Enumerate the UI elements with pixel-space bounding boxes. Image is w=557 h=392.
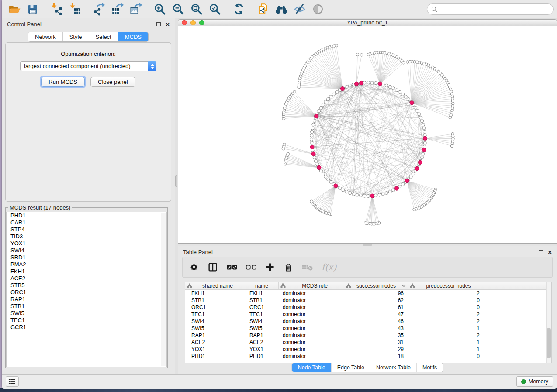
- mcds-result-item[interactable]: FKH1: [7, 268, 166, 275]
- zoom-in-button[interactable]: [151, 1, 169, 17]
- cell-name[interactable]: STB1: [243, 297, 279, 303]
- cell-successor-nodes[interactable]: 47: [344, 311, 408, 317]
- cell-MCDS-role[interactable]: connector: [279, 311, 344, 317]
- mcds-result-item[interactable]: TEC1: [7, 317, 166, 324]
- float-panel-icon[interactable]: [156, 22, 161, 26]
- cell-successor-nodes[interactable]: 35: [344, 332, 408, 338]
- tab-mcds[interactable]: MCDS: [118, 32, 148, 41]
- table-scrollbar[interactable]: [546, 282, 551, 363]
- mcds-result-item[interactable]: SWI5: [7, 310, 166, 317]
- cell-name[interactable]: PHD1: [243, 353, 279, 359]
- mcds-result-item[interactable]: ACE2: [7, 275, 166, 282]
- cell-name[interactable]: SWI5: [243, 325, 279, 331]
- add-column-button[interactable]: [265, 260, 275, 275]
- close-panel-button[interactable]: Close panel: [90, 77, 135, 87]
- mcds-result-item[interactable]: ORC1: [7, 289, 166, 296]
- cell-MCDS-role[interactable]: dominator: [279, 353, 344, 359]
- cell-MCDS-role[interactable]: dominator: [279, 290, 344, 296]
- cell-MCDS-role[interactable]: connector: [279, 339, 344, 345]
- mcds-result-item[interactable]: STB1: [7, 303, 166, 310]
- splitter-grip[interactable]: [175, 175, 177, 187]
- mcds-result-item[interactable]: TID3: [7, 233, 166, 240]
- cell-predecessor-nodes[interactable]: 1: [408, 339, 482, 345]
- cell-name[interactable]: FKH1: [243, 290, 279, 296]
- hide-selected-button[interactable]: [291, 1, 309, 17]
- cell-MCDS-role[interactable]: dominator: [279, 332, 344, 338]
- cell-name[interactable]: ACE2: [243, 339, 279, 345]
- mcds-result-item[interactable]: YOX1: [7, 240, 166, 247]
- mcds-result-item[interactable]: GCR1: [7, 324, 166, 331]
- column-header-name[interactable]: name: [243, 282, 279, 289]
- cell-shared-name[interactable]: RAP1: [185, 332, 243, 338]
- close-panel-icon[interactable]: ×: [166, 21, 170, 28]
- table-row[interactable]: RAP1RAP1dominator352: [185, 332, 551, 339]
- cell-shared-name[interactable]: ORC1: [185, 304, 243, 310]
- cell-successor-nodes[interactable]: 46: [344, 318, 408, 324]
- import-table-button[interactable]: [66, 1, 84, 17]
- tab-network-table[interactable]: Network Table: [370, 363, 416, 372]
- show-all-button[interactable]: [309, 1, 327, 17]
- memory-button[interactable]: Memory: [516, 376, 553, 387]
- vertical-splitter[interactable]: [175, 18, 178, 374]
- zoom-out-button[interactable]: [169, 1, 187, 17]
- network-search-box[interactable]: [427, 3, 554, 15]
- cell-MCDS-role[interactable]: dominator: [279, 297, 344, 303]
- cell-name[interactable]: TEC1: [243, 311, 279, 317]
- cell-successor-nodes[interactable]: 29: [344, 346, 408, 352]
- cell-shared-name[interactable]: SWI5: [185, 325, 243, 331]
- zoom-fit-button[interactable]: [187, 1, 206, 17]
- table-row[interactable]: FKH1FKH1dominator962: [185, 290, 551, 297]
- import-network-button[interactable]: [48, 1, 66, 17]
- cell-successor-nodes[interactable]: 43: [344, 325, 408, 331]
- clone-network-button[interactable]: [254, 1, 272, 17]
- cell-MCDS-role[interactable]: connector: [279, 325, 344, 331]
- cell-MCDS-role[interactable]: dominator: [279, 304, 344, 310]
- export-network-button[interactable]: [90, 1, 108, 17]
- cell-successor-nodes[interactable]: 31: [344, 339, 408, 345]
- delete-columns-button[interactable]: [283, 260, 294, 275]
- cell-predecessor-nodes[interactable]: 0: [408, 304, 482, 310]
- mcds-result-item[interactable]: STB5: [7, 282, 166, 289]
- cell-predecessor-nodes[interactable]: 1: [408, 346, 482, 352]
- mcds-result-item[interactable]: PMA2: [7, 261, 166, 268]
- column-header-successor-nodes[interactable]: successor nodes: [344, 282, 408, 289]
- mcds-result-list[interactable]: PHD1CAR1STP4TID3YOX1SWI4SRD1PMA2FKH1ACE2…: [6, 212, 167, 367]
- float-panel-icon[interactable]: [539, 250, 543, 254]
- column-header-predecessor-nodes[interactable]: predecessor nodes: [408, 282, 482, 289]
- table-row[interactable]: SWI5SWI5connector431: [185, 325, 551, 332]
- export-table-button[interactable]: [108, 1, 127, 17]
- cell-name[interactable]: ORC1: [243, 304, 279, 310]
- table-row[interactable]: ACE2ACE2connector311: [185, 339, 551, 346]
- column-header-MCDS-role[interactable]: MCDS role: [279, 282, 344, 289]
- search-input[interactable]: [437, 6, 549, 12]
- table-row[interactable]: YOX1YOX1connector291: [185, 346, 551, 353]
- table-row[interactable]: TEC1TEC1connector472: [185, 311, 551, 318]
- cell-name[interactable]: RAP1: [243, 332, 279, 338]
- mcds-result-item[interactable]: SWI4: [7, 247, 166, 254]
- table-row[interactable]: STB1STB1dominator620: [185, 297, 551, 304]
- cell-successor-nodes[interactable]: 62: [344, 297, 408, 303]
- network-window-titlebar[interactable]: YPA_prune.txt_1: [178, 20, 557, 26]
- first-neighbors-button[interactable]: [272, 1, 291, 17]
- mcds-result-item[interactable]: RAP1: [7, 296, 166, 303]
- splitter-grip[interactable]: [363, 244, 372, 246]
- cell-predecessor-nodes[interactable]: 2: [408, 311, 482, 317]
- cell-predecessor-nodes[interactable]: 1: [408, 325, 482, 331]
- cell-predecessor-nodes[interactable]: 2: [408, 290, 482, 296]
- tab-edge-table[interactable]: Edge Table: [331, 363, 370, 372]
- export-image-button[interactable]: [127, 1, 145, 17]
- cell-shared-name[interactable]: STB1: [185, 297, 243, 303]
- scrollbar-thumb[interactable]: [547, 328, 551, 358]
- save-session-button[interactable]: [24, 1, 42, 17]
- tab-network[interactable]: Network: [28, 32, 62, 41]
- cell-predecessor-nodes[interactable]: 2: [408, 332, 482, 338]
- mcds-result-item[interactable]: SRD1: [7, 254, 166, 261]
- cell-MCDS-role[interactable]: dominator: [279, 318, 344, 324]
- deselect-all-button[interactable]: [246, 260, 257, 275]
- tab-select[interactable]: Select: [89, 32, 118, 41]
- mcds-list-scrollbar[interactable]: [161, 213, 166, 366]
- cell-shared-name[interactable]: FKH1: [185, 290, 243, 296]
- cell-successor-nodes[interactable]: 18: [344, 353, 408, 359]
- cell-successor-nodes[interactable]: 61: [344, 304, 408, 310]
- select-all-button[interactable]: [226, 260, 238, 275]
